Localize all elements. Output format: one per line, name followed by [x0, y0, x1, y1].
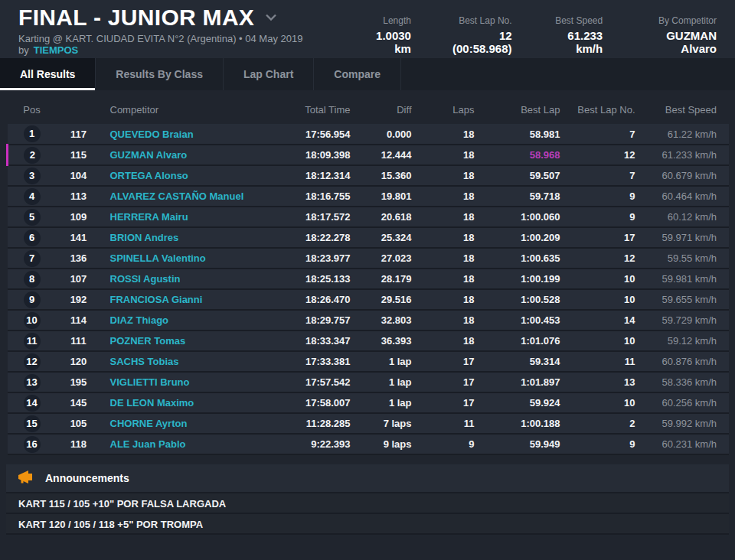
competitor-cell: FRANCIOSA Gianni	[101, 289, 263, 310]
total-time-cell: 18:29.757	[263, 310, 355, 330]
diff-cell: 32.803	[355, 310, 416, 330]
competitor-link[interactable]: ALE Juan Pablo	[110, 438, 186, 450]
tab-all-results[interactable]: All Results	[0, 58, 96, 90]
competitor-link[interactable]: CHORNE Ayrton	[110, 418, 188, 429]
table-row[interactable]: 10114DIAZ Thiago18:29.75732.803181:00.45…	[8, 310, 730, 330]
best-lap-cell: 59.949	[478, 434, 562, 454]
competitor-link[interactable]: ORTEGA Alonso	[110, 170, 188, 181]
col-header-best-speed: Best Speed	[637, 98, 730, 124]
position-badge: 8	[24, 271, 41, 288]
competitor-link[interactable]: ROSSI Agustin	[110, 273, 181, 285]
competitor-link[interactable]: SPINELLA Valentino	[110, 252, 206, 264]
tab-compare[interactable]: Compare	[314, 58, 401, 90]
competitor-link[interactable]: VIGLIETTI Bruno	[110, 376, 190, 388]
kart-number-cell: 114	[57, 310, 101, 330]
best-lap-no-cell: 9	[562, 434, 637, 454]
best-lap-cell: 58.981	[478, 124, 562, 145]
best-lap-cell: 59.718	[478, 186, 562, 207]
table-row[interactable]: 6141BRION Andres18:22.27825.324181:00.20…	[8, 227, 730, 248]
table-row[interactable]: 5109HERRERA Mairu18:17.57220.618181:00.0…	[8, 207, 730, 227]
best-lap-cell: 59.507	[478, 165, 562, 186]
total-time-cell: 18:16.755	[263, 186, 355, 207]
best-lap-cell: 1:01.897	[478, 372, 562, 392]
position-cell: 12	[8, 351, 57, 372]
table-row[interactable]: 2115GUZMAN Alvaro18:09.39812.4441858.968…	[8, 145, 730, 165]
competitor-cell: POZNER Tomas	[101, 330, 263, 351]
diff-cell: 20.618	[355, 207, 416, 227]
total-time-cell: 17:56.954	[263, 124, 355, 145]
best-speed-cell: 61.233 km/h	[637, 145, 730, 165]
table-row[interactable]: 3104ORTEGA Alonso18:12.31415.3601859.507…	[8, 165, 730, 186]
competitor-link[interactable]: QUEVEDO Braian	[110, 129, 194, 140]
kart-number-cell: 141	[57, 227, 101, 248]
announcement-item: KART 120 / 105 / 118 +5" POR TROMPA	[6, 514, 729, 535]
table-row[interactable]: 4113ALVAREZ CASTAÑO Manuel18:16.75519.80…	[8, 186, 730, 207]
session-dropdown-toggle[interactable]	[263, 11, 279, 25]
best-lap-no-cell: 17	[562, 227, 637, 248]
position-cell: 15	[8, 413, 57, 434]
stat-length: Length 1.0030 km	[358, 15, 411, 58]
best-lap-no-cell: 9	[562, 207, 637, 227]
col-header-kart-number	[57, 98, 101, 124]
best-lap-cell: 1:01.076	[478, 330, 562, 351]
competitor-link[interactable]: POZNER Tomas	[110, 335, 186, 347]
laps-cell: 11	[416, 413, 478, 434]
table-row[interactable]: 1117QUEVEDO Braian17:56.9540.0001858.981…	[8, 124, 730, 145]
position-cell: 3	[8, 165, 57, 186]
position-cell: 5	[8, 207, 57, 227]
page-title: FINAL - JUNIOR MAX	[18, 5, 254, 31]
best-lap-cell: 1:00.188	[478, 413, 562, 434]
competitor-link[interactable]: ALVAREZ CASTAÑO Manuel	[110, 190, 244, 202]
competitor-cell: CHORNE Ayrton	[101, 413, 263, 434]
competitor-cell: BRION Andres	[101, 227, 263, 248]
competitor-link[interactable]: BRION Andres	[110, 232, 179, 243]
position-badge: 12	[24, 353, 41, 370]
competitor-link[interactable]: FRANCIOSA Gianni	[110, 294, 203, 305]
position-badge: 1	[24, 125, 41, 142]
position-cell: 2	[8, 145, 57, 165]
chevron-down-icon	[265, 12, 277, 24]
table-row[interactable]: 7136SPINELLA Valentino18:23.97727.023181…	[8, 248, 730, 269]
best-speed-cell: 59.971 km/h	[637, 227, 730, 248]
tab-lap-chart[interactable]: Lap Chart	[224, 58, 314, 90]
competitor-link[interactable]: SACHS Tobias	[110, 356, 179, 367]
laps-cell: 17	[416, 392, 478, 413]
competitor-link[interactable]: HERRERA Mairu	[110, 211, 188, 223]
table-row[interactable]: 12120SACHS Tobias17:33.3811 lap1759.3141…	[8, 351, 730, 372]
position-badge: 9	[24, 291, 41, 308]
diff-cell: 9 laps	[355, 434, 416, 454]
kart-number-cell: 104	[57, 165, 101, 186]
table-row[interactable]: 15105CHORNE Ayrton11:28.2857 laps111:00.…	[8, 413, 730, 434]
stat-best-lap-no: Best Lap No. 12 (00:58.968)	[439, 15, 512, 58]
competitor-cell: DIAZ Thiago	[101, 310, 263, 330]
competitor-link[interactable]: DIAZ Thiago	[110, 314, 169, 326]
best-lap-no-cell: 2	[562, 413, 637, 434]
table-row[interactable]: 14145DE LEON Maximo17:58.0071 lap1759.92…	[8, 392, 730, 413]
best-speed-cell: 60.256 km/h	[637, 392, 730, 413]
best-speed-cell: 59.655 km/h	[637, 289, 730, 310]
table-row[interactable]: 8107ROSSI Agustin18:25.13328.179181:00.1…	[8, 269, 730, 289]
total-time-cell: 18:25.133	[263, 269, 355, 289]
table-row[interactable]: 16118ALE Juan Pablo9:22.3939 laps959.949…	[8, 434, 730, 454]
best-lap-cell: 1:00.060	[478, 207, 562, 227]
competitor-link[interactable]: DE LEON Maximo	[110, 397, 194, 409]
table-row[interactable]: 9192FRANCIOSA Gianni18:26.47029.516181:0…	[8, 289, 730, 310]
position-cell: 7	[8, 248, 57, 269]
organizer-link[interactable]: TIEMPOS	[34, 44, 79, 56]
best-lap-no-cell: 12	[562, 145, 637, 165]
laps-cell: 18	[416, 145, 478, 165]
position-badge: 10	[24, 312, 41, 329]
total-time-cell: 18:33.347	[263, 330, 355, 351]
table-row[interactable]: 11111POZNER Tomas18:33.34736.393181:01.0…	[8, 330, 730, 351]
tab-results-by-class[interactable]: Results By Class	[96, 58, 224, 90]
best-lap-no-cell: 9	[562, 186, 637, 207]
stat-by-competitor: By Competitor GUZMAN Alvaro	[630, 15, 717, 58]
best-lap-no-cell: 11	[562, 351, 637, 372]
competitor-link[interactable]: GUZMAN Alvaro	[110, 149, 188, 161]
diff-cell: 1 lap	[355, 372, 416, 392]
total-time-cell: 18:23.977	[263, 248, 355, 269]
laps-cell: 18	[416, 227, 478, 248]
kart-number-cell: 113	[57, 186, 101, 207]
table-row[interactable]: 13195VIGLIETTI Bruno17:57.5421 lap171:01…	[8, 372, 730, 392]
diff-cell: 28.179	[355, 269, 416, 289]
